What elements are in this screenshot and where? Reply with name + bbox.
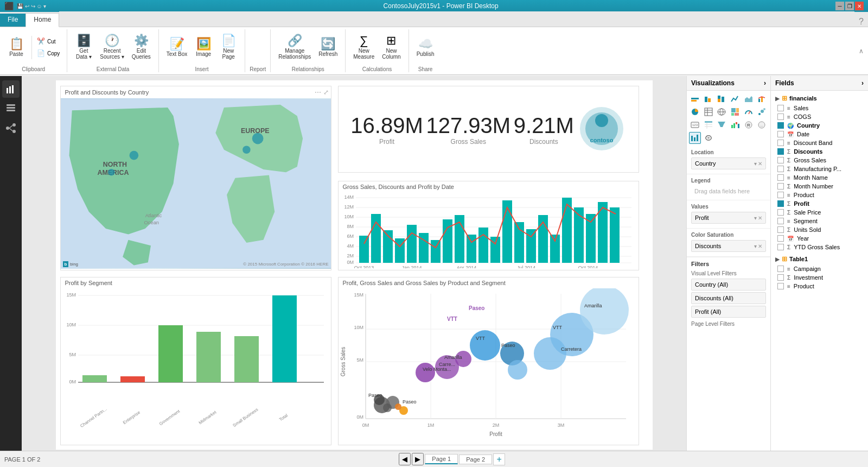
viz-clustered-bar-icon[interactable]: [703, 93, 714, 105]
viz-table-icon[interactable]: [703, 106, 714, 118]
viz-waterfall-icon[interactable]: [729, 119, 741, 131]
page1-tab[interactable]: Page 1: [425, 454, 458, 464]
page2-tab[interactable]: Page 2: [459, 455, 492, 464]
values-field-dropdown[interactable]: ▾: [754, 215, 757, 221]
visual-menu-icon[interactable]: ⋯: [315, 89, 321, 96]
location-field-remove[interactable]: ✕: [758, 161, 762, 167]
viz-line-cluster-icon[interactable]: [756, 93, 768, 105]
home-tab[interactable]: Home: [25, 13, 59, 27]
new-page-button[interactable]: 📄 NewPage: [216, 33, 240, 62]
cut-button[interactable]: ✂️Cut: [34, 36, 62, 47]
financials-table-header[interactable]: ▶ ⊞ financials: [773, 93, 866, 104]
map-visual[interactable]: Profit and Discounts by Country ⋯ ⤢: [60, 86, 331, 270]
svg-text:0M: 0M: [362, 422, 369, 428]
field-date[interactable]: 📅 Date: [773, 130, 866, 138]
viz-custom-icon[interactable]: ...: [756, 119, 768, 131]
viz-map-icon[interactable]: [716, 106, 727, 118]
edit-queries-button[interactable]: ⚙️ EditQueries: [129, 33, 154, 62]
svg-line-9: [9, 125, 12, 128]
filter-profit[interactable]: Profit (All): [691, 306, 766, 318]
location-field[interactable]: Country ▾ ✕: [691, 157, 766, 169]
svg-rect-4: [7, 107, 15, 109]
new-measure-button[interactable]: ∑ NewMeasure: [350, 33, 378, 62]
refresh-button[interactable]: 🔄 Refresh: [315, 36, 341, 59]
field-country[interactable]: 🌍 Country: [773, 121, 866, 130]
file-tab[interactable]: File: [0, 14, 25, 27]
field-sale-price[interactable]: Σ Sale Price: [773, 208, 866, 217]
svg-text:5M: 5M: [356, 357, 363, 363]
values-field[interactable]: Profit ▾ ✕: [691, 212, 766, 224]
copy-button[interactable]: 📄Copy: [34, 48, 62, 59]
kpi-visual[interactable]: 16.89M Profit 127.93M Gross Sales 9.21M …: [338, 86, 639, 173]
report-canvas[interactable]: Profit and Discounts by Country ⋯ ⤢: [22, 76, 686, 451]
paste-button[interactable]: 📋 Paste: [4, 36, 28, 59]
svg-rect-80: [234, 336, 259, 382]
color-sat-field[interactable]: Discounts ▾ ✕: [691, 240, 766, 252]
add-page-button[interactable]: +: [493, 453, 505, 465]
color-sat-remove[interactable]: ✕: [758, 243, 762, 249]
field-gross-sales[interactable]: Σ Gross Sales: [773, 156, 866, 165]
filter-country[interactable]: Country (All): [691, 279, 766, 291]
field-ytd-gross-sales[interactable]: Σ YTD Gross Sales: [773, 243, 866, 251]
get-data-button[interactable]: 🗄️ GetData ▾: [72, 33, 95, 62]
manage-relationships-button[interactable]: 🔗 ManageRelationships: [275, 33, 314, 62]
viz-gauge-icon[interactable]: [743, 106, 755, 118]
scatter-chart[interactable]: Profit, Gross Sales and Gross Sales by P…: [338, 277, 639, 445]
viz-bar-active-icon[interactable]: [689, 132, 701, 144]
field-discounts[interactable]: Σ Discounts: [773, 147, 866, 156]
location-field-dropdown[interactable]: ▾: [754, 161, 757, 167]
ribbon-collapse-button[interactable]: ∧: [859, 47, 864, 55]
report-group: Report: [245, 29, 271, 72]
nav-data-icon[interactable]: [2, 100, 20, 117]
viz-r-icon[interactable]: R: [743, 119, 755, 131]
field-product[interactable]: ≡ Product: [773, 191, 866, 199]
values-field-remove[interactable]: ✕: [758, 215, 762, 221]
field-discount-band[interactable]: ≡ Discount Band: [773, 138, 866, 147]
viz-treemap-icon[interactable]: [729, 106, 741, 118]
next-page-button[interactable]: ▶: [412, 453, 424, 465]
viz-card-icon[interactable]: 123: [689, 119, 701, 131]
viz-stacked-bar2-icon[interactable]: [716, 93, 727, 105]
viz-funnel-icon[interactable]: [716, 119, 727, 131]
image-button[interactable]: 🖼️ Image: [192, 36, 215, 59]
table1-header[interactable]: ▶ ⊞ Table1: [773, 254, 866, 264]
field-cogs[interactable]: ≡ COGS: [773, 112, 866, 121]
field-manufacturing[interactable]: Σ Manufacturing P...: [773, 165, 866, 173]
filter-discounts[interactable]: Discounts (All): [691, 292, 766, 304]
viz-matrix-icon[interactable]: [703, 119, 714, 131]
viz-link-icon[interactable]: [703, 132, 714, 144]
field-month-number[interactable]: Σ Month Number: [773, 182, 866, 191]
field-investment[interactable]: Σ Investment: [773, 273, 866, 282]
color-sat-dropdown[interactable]: ▾: [754, 243, 757, 249]
svg-rect-62: [610, 207, 620, 263]
field-units-sold[interactable]: Σ Units Sold: [773, 225, 866, 234]
viz-panel-chevron[interactable]: ›: [764, 79, 766, 87]
restore-button[interactable]: ❐: [845, 2, 854, 10]
viz-line-icon[interactable]: [729, 93, 741, 105]
recent-sources-button[interactable]: 🕐 RecentSources ▾: [97, 33, 127, 62]
field-profit[interactable]: Σ Profit: [773, 199, 866, 208]
fields-panel-chevron[interactable]: ›: [861, 79, 864, 87]
field-year[interactable]: 📅 Year: [773, 234, 866, 243]
help-icon[interactable]: ?: [859, 17, 864, 27]
line-bar-chart[interactable]: Gross Sales, Discounts and Profit by Dat…: [338, 181, 639, 270]
viz-stacked-bar-icon[interactable]: [689, 93, 701, 105]
field-segment[interactable]: ≡ Segment: [773, 217, 866, 225]
viz-area-icon[interactable]: [743, 93, 755, 105]
segment-chart[interactable]: Profit by Segment 15M 10M 5M 0M: [60, 277, 331, 445]
field-sales[interactable]: ≡ Sales: [773, 104, 866, 112]
field-product-table1[interactable]: ≡ Product: [773, 282, 866, 291]
viz-scatter-icon[interactable]: [756, 106, 768, 118]
nav-model-icon[interactable]: [2, 119, 20, 137]
minimize-button[interactable]: ─: [835, 2, 844, 10]
visual-expand-icon[interactable]: ⤢: [323, 89, 329, 96]
nav-report-icon[interactable]: [2, 80, 20, 98]
prev-page-button[interactable]: ◀: [399, 453, 411, 465]
publish-button[interactable]: ☁️ Publish: [413, 36, 438, 59]
field-campaign[interactable]: ≡ Campaign: [773, 264, 866, 273]
viz-pie-icon[interactable]: [689, 106, 701, 118]
text-box-button[interactable]: 📝 Text Box: [163, 36, 190, 59]
close-button[interactable]: ✕: [855, 2, 864, 10]
new-column-button[interactable]: ⊞ NewColumn: [379, 33, 404, 62]
field-month-name[interactable]: ≡ Month Name: [773, 173, 866, 182]
